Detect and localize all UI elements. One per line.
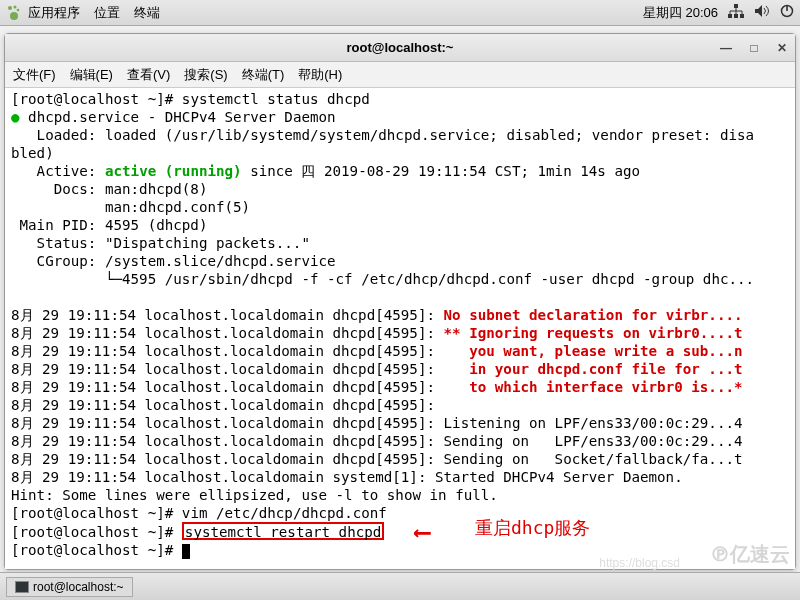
menu-applications[interactable]: 应用程序 [28, 4, 80, 22]
taskbar: root@localhost:~ [0, 572, 800, 600]
prompt: [root@localhost ~]# [11, 505, 182, 521]
taskbar-item-label: root@localhost:~ [33, 580, 124, 594]
svg-rect-5 [728, 14, 732, 18]
network-icon[interactable] [728, 4, 744, 21]
svg-rect-6 [734, 14, 738, 18]
menu-search[interactable]: 搜索(S) [184, 66, 227, 84]
app-menubar: 文件(F) 编辑(E) 查看(V) 搜索(S) 终端(T) 帮助(H) [5, 62, 795, 88]
log-line: 8月 29 19:11:54 localhost.localdomain dhc… [11, 361, 444, 377]
warn-1: No subnet declaration for virbr.... [444, 307, 743, 323]
gnome-topbar: 应用程序 位置 终端 星期四 20:06 [0, 0, 800, 26]
menu-edit[interactable]: 编辑(E) [70, 66, 113, 84]
svg-rect-4 [734, 4, 738, 8]
menu-terminal[interactable]: 终端 [134, 4, 160, 22]
svg-point-2 [17, 8, 20, 11]
log-line: 8月 29 19:11:54 localhost.localdomain dhc… [11, 379, 444, 395]
svg-point-0 [8, 6, 12, 10]
docs-line: Docs: man:dhcpd(8) man:dhcpd.conf(5) [11, 181, 250, 215]
active-value: active (running) [105, 163, 242, 179]
log-line: 8月 29 19:11:54 localhost.localdomain dhc… [11, 325, 444, 341]
svg-point-1 [14, 5, 17, 8]
status-bullet-icon: ● [11, 109, 20, 125]
prompt: [root@localhost ~]# [11, 91, 182, 107]
maximize-button[interactable]: □ [747, 41, 761, 55]
watermark-url: https://blog.csd [599, 556, 680, 570]
window-title: root@localhost:~ [347, 40, 454, 55]
terminal-content[interactable]: [root@localhost ~]# systemctl status dhc… [5, 88, 795, 569]
service-line: dhcpd.service - DHCPv4 Server Daemon [28, 109, 336, 125]
titlebar[interactable]: root@localhost:~ — □ ✕ [5, 34, 795, 62]
terminal-window: root@localhost:~ — □ ✕ 文件(F) 编辑(E) 查看(V)… [4, 33, 796, 570]
log-listen: Listening on LPF/ens33/00:0c:29...4 [444, 415, 743, 431]
svg-rect-9 [786, 5, 788, 11]
warn-2: ** Ignoring requests on virbr0....t [444, 325, 743, 341]
cgroup-line: CGroup: /system.slice/dhcpd.service └─45… [11, 253, 754, 287]
hint-line: Hint: Some lines were ellipsized, use -l… [11, 487, 498, 503]
menu-view[interactable]: 查看(V) [127, 66, 170, 84]
mainpid-line: Main PID: 4595 (dhcpd) [11, 217, 207, 233]
arrow-icon: ⟵ [415, 523, 429, 541]
log-line: 8月 29 19:11:54 localhost.localdomain dhc… [11, 433, 444, 449]
highlighted-command: systemctl restart dhcpd [182, 522, 384, 540]
warn-4: in your dhcpd.conf file for ...t [444, 361, 743, 377]
system-tray: 星期四 20:06 [643, 4, 794, 22]
status-line: Status: "Dispatching packets..." [11, 235, 310, 251]
log-send1: Sending on LPF/ens33/00:0c:29...4 [444, 433, 743, 449]
power-icon[interactable] [780, 4, 794, 21]
svg-point-3 [10, 12, 18, 20]
gnome-foot-icon [6, 5, 22, 21]
clock[interactable]: 星期四 20:06 [643, 4, 718, 22]
log-send2: Sending on Socket/fallback/fa...t [444, 451, 743, 467]
minimize-button[interactable]: — [719, 41, 733, 55]
menu-file[interactable]: 文件(F) [13, 66, 56, 84]
active-rest: since 四 2019-08-29 19:11:54 CST; 1min 14… [242, 163, 640, 179]
taskbar-item-terminal[interactable]: root@localhost:~ [6, 577, 133, 597]
active-label: Active: [11, 163, 105, 179]
log-line: 8月 29 19:11:54 localhost.localdomain dhc… [11, 307, 444, 323]
menu-help[interactable]: 帮助(H) [298, 66, 342, 84]
loaded-line: Loaded: loaded (/usr/lib/systemd/system/… [11, 127, 754, 161]
log-line: 8月 29 19:11:54 localhost.localdomain dhc… [11, 343, 444, 359]
cursor [182, 544, 190, 559]
svg-rect-7 [740, 14, 744, 18]
log-line: 8月 29 19:11:54 localhost.localdomain sys… [11, 469, 435, 485]
menu-places[interactable]: 位置 [94, 4, 120, 22]
prompt: [root@localhost ~]# [11, 542, 182, 558]
volume-icon[interactable] [754, 4, 770, 21]
log-line: 8月 29 19:11:54 localhost.localdomain dhc… [11, 397, 444, 413]
log-line: 8月 29 19:11:54 localhost.localdomain dhc… [11, 451, 444, 467]
menu-terminal-app[interactable]: 终端(T) [242, 66, 285, 84]
log-line: 8月 29 19:11:54 localhost.localdomain dhc… [11, 415, 444, 431]
warn-3: you want, please write a sub...n [444, 343, 743, 359]
log-started: Started DHCPv4 Server Daemon. [435, 469, 683, 485]
cmd-vim: vim /etc/dhcp/dhcpd.conf [182, 505, 387, 521]
watermark-brand: ℗亿速云 [710, 541, 790, 568]
warn-5: to which interface virbr0 is...* [444, 379, 743, 395]
terminal-icon [15, 581, 29, 593]
close-button[interactable]: ✕ [775, 41, 789, 55]
prompt: [root@localhost ~]# [11, 524, 182, 540]
cmd-status: systemctl status dhcpd [182, 91, 370, 107]
annotation-text: 重启dhcp服务 [475, 519, 590, 537]
